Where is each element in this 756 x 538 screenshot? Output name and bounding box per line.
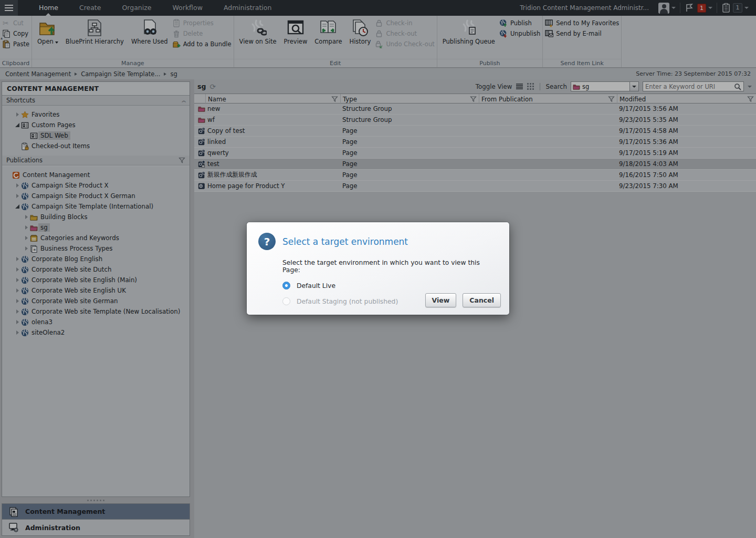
target-environment-dialog: ? Select a target environment Select the… (247, 222, 509, 315)
radio-button-icon[interactable] (282, 282, 290, 289)
view-button[interactable]: View (425, 293, 457, 307)
radio-label: Default Live (297, 282, 335, 289)
dialog-title: Select a target environment (282, 236, 408, 247)
application-window: HomeCreateOrganizeWorkflowAdministration… (0, 0, 756, 538)
radio-label: Default Staging (not published) (297, 298, 398, 305)
radio-default-live[interactable]: Default Live (282, 282, 498, 289)
dialog-message: Select the target environment in which y… (282, 259, 498, 274)
question-icon: ? (258, 233, 276, 250)
radio-button-icon (282, 297, 290, 305)
cancel-button[interactable]: Cancel (463, 293, 501, 307)
